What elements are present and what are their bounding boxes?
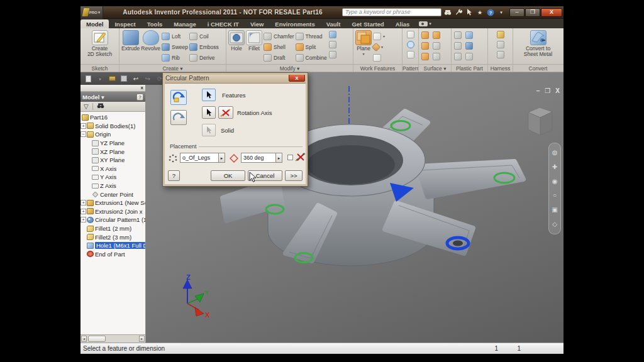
help-search-input[interactable]: Type a keyword or phrase <box>342 8 441 16</box>
tab-get-started[interactable]: Get Started <box>346 19 389 28</box>
tree-item-part[interactable]: Part16 <box>80 113 145 122</box>
surface-group-label[interactable]: Surface ▾ <box>419 65 452 72</box>
tab-inspect[interactable]: Inspect <box>109 19 141 28</box>
wrench-icon[interactable] <box>455 9 462 16</box>
coil-button[interactable]: Coil <box>189 31 219 41</box>
search-binoculars-icon[interactable] <box>444 9 452 16</box>
scroll-left-arrow[interactable]: ◂ <box>81 336 87 342</box>
redo-icon[interactable]: ↪ <box>144 75 152 82</box>
thread-button[interactable]: Thread <box>296 31 327 41</box>
loft-button[interactable]: Loft <box>162 31 188 41</box>
patch-icon[interactable] <box>433 31 440 39</box>
tree-item-x-axis[interactable]: X Axis <box>80 165 145 173</box>
rotation-axis-status-button[interactable] <box>218 106 233 119</box>
undo-icon[interactable]: ↩ <box>132 75 140 82</box>
copy-object-icon[interactable] <box>329 41 336 48</box>
harness-group-label[interactable]: Harness <box>488 65 513 72</box>
extend-icon[interactable] <box>421 53 429 60</box>
tab-icheckit[interactable]: i CHECK IT <box>202 19 245 28</box>
create-group-label[interactable]: Create ▾ <box>119 65 226 72</box>
screen-recorder-icon[interactable] <box>419 21 428 26</box>
tree-item-fillet2[interactable]: Fillet2 (3 mm) <box>80 233 145 241</box>
fillet-button[interactable]: Fillet <box>246 30 262 52</box>
chamfer-button[interactable]: Chamfer <box>264 31 294 41</box>
lip-icon[interactable] <box>454 53 462 60</box>
plane-button[interactable]: Plane ▾ <box>355 30 372 56</box>
rule-fillet-icon[interactable] <box>465 42 473 50</box>
plastic-part-group-label[interactable]: Plastic Part <box>452 65 488 72</box>
browser-help-icon[interactable]: ? <box>136 94 143 101</box>
rectangular-pattern-icon[interactable] <box>407 31 414 38</box>
stitch-icon[interactable] <box>421 31 429 39</box>
minimize-button[interactable]: – <box>509 8 525 17</box>
sweep-button[interactable]: Sweep <box>162 41 188 52</box>
doc-restore-button[interactable]: ❐ <box>545 87 550 94</box>
extrude-button[interactable]: Extrude <box>121 30 140 52</box>
harness-properties-icon[interactable] <box>497 51 504 58</box>
features-select-button[interactable] <box>202 89 216 101</box>
scroll-thumb[interactable] <box>88 336 106 342</box>
navigation-bar[interactable]: ◍ ✚ ◉ ○ ▣ ◇ <box>548 143 561 234</box>
close-button[interactable]: X <box>541 8 562 17</box>
pan-hand-icon[interactable]: ✚ <box>552 164 557 170</box>
occurrence-count-field[interactable]: o_Of_Legs <box>180 153 219 163</box>
rotation-axis-select-button[interactable] <box>202 106 216 119</box>
revolve-button[interactable]: Revolve <box>141 30 160 52</box>
grill-icon[interactable] <box>454 31 462 39</box>
more-options-button[interactable]: >> <box>285 170 303 181</box>
angle-flyout-button[interactable]: ▸ <box>275 153 282 163</box>
combine-button[interactable]: Combine <box>296 52 327 63</box>
convert-to-sheet-metal-button[interactable]: Convert to Sheet Metal <box>524 30 552 58</box>
new-file-dropdown-icon[interactable]: ▾ <box>96 75 104 82</box>
work-point-button[interactable]: ▾ <box>373 41 385 52</box>
browser-horizontal-scrollbar[interactable]: ◂ ▸ <box>80 334 145 343</box>
circular-pattern-dialog[interactable]: Circular Pattern X Features Rotation Axi… <box>162 72 308 187</box>
tree-item-fillet1[interactable]: Fillet1 (2 mm) <box>80 224 145 233</box>
pattern-features-mode-button[interactable] <box>170 90 187 105</box>
tree-item-end-of-part[interactable]: End of Part <box>80 250 145 259</box>
tree-item-extrusion2[interactable]: +Extrusion2 (Join x <box>80 207 145 216</box>
collapse-icon[interactable]: − <box>80 131 86 137</box>
expand-icon[interactable]: + <box>80 209 86 214</box>
doc-minimize-button[interactable]: – <box>536 87 540 94</box>
tab-alias[interactable]: Alias <box>390 19 416 28</box>
create-harness-icon[interactable] <box>497 41 504 48</box>
draft-button[interactable]: Draft <box>264 52 294 63</box>
expand-icon[interactable]: + <box>80 200 86 206</box>
tree-item-xy-plane[interactable]: XY Plane <box>80 156 145 165</box>
save-icon[interactable] <box>120 75 128 82</box>
move-bodies-icon[interactable] <box>329 51 336 58</box>
tab-tools[interactable]: Tools <box>142 19 169 28</box>
trim-icon[interactable] <box>433 42 440 50</box>
tree-item-z-axis[interactable]: Z Axis <box>80 182 145 190</box>
zoom-icon[interactable]: ◉ <box>552 178 558 185</box>
select-arrow-icon[interactable] <box>465 9 473 16</box>
help-icon[interactable]: ? <box>487 9 494 16</box>
tree-item-xz-plane[interactable]: XZ Plane <box>80 147 145 156</box>
doc-close-button[interactable]: X <box>555 87 560 94</box>
shell-button[interactable]: Shell <box>264 41 294 52</box>
tree-item-extrusion1[interactable]: +Extrusion1 (New So <box>80 199 145 207</box>
dialog-help-button[interactable]: ? <box>168 170 180 181</box>
leg-right[interactable] <box>418 162 523 197</box>
snap-fit-icon[interactable] <box>465 53 473 60</box>
open-icon[interactable] <box>108 75 116 82</box>
create-2d-sketch-button[interactable]: Create 2D Sketch <box>87 30 112 58</box>
modify-group-label[interactable]: Modify ▾ <box>226 65 353 72</box>
recorder-dropdown-icon[interactable]: ▾ <box>429 21 431 26</box>
look-at-icon[interactable]: ▣ <box>552 207 557 213</box>
dialog-close-button[interactable]: X <box>289 74 305 82</box>
orbit-icon[interactable]: ○ <box>553 192 557 199</box>
browser-title[interactable]: Model ▾ <box>82 94 136 101</box>
route-icon[interactable] <box>497 31 504 38</box>
pattern-solid-mode-button[interactable] <box>170 110 187 125</box>
derive-button[interactable]: Derive <box>189 52 219 63</box>
browser-close-icon[interactable]: x <box>141 85 143 90</box>
move-face-icon[interactable] <box>329 31 336 38</box>
tree-item-origin[interactable]: −Origin <box>80 130 145 139</box>
tab-model[interactable]: Model <box>80 19 109 28</box>
ok-button[interactable]: OK <box>211 170 245 181</box>
tree-item-circular-pattern1[interactable]: +Circular Pattern1 (1 <box>80 216 145 224</box>
filter-funnel-icon[interactable]: ▽ <box>84 104 89 110</box>
scroll-right-arrow[interactable]: ▸ <box>139 336 145 342</box>
